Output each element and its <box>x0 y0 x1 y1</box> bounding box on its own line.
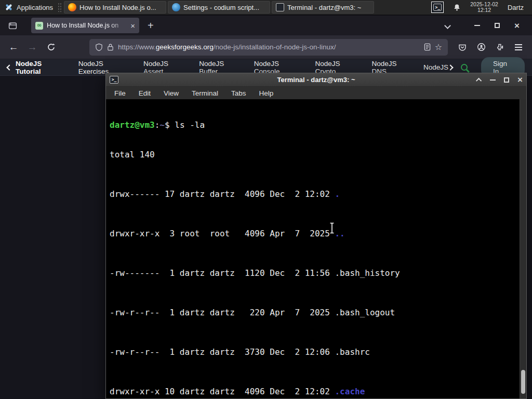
panel-handle <box>58 3 62 12</box>
terminal-menu-item[interactable]: View <box>164 89 179 97</box>
mouse-ibeam-cursor <box>328 222 336 234</box>
nav-scroll-left-icon[interactable] <box>6 64 12 70</box>
terminal-app-icon: >_ <box>110 76 118 84</box>
terminal-title: Terminal - dartz@vm3: ~ <box>106 76 526 84</box>
account-icon[interactable] <box>473 39 489 56</box>
window-app-icon <box>276 3 284 11</box>
terminal-menubar: File Edit View Terminal Tabs Help <box>106 87 526 99</box>
tab-close-icon[interactable]: × <box>130 22 135 30</box>
notification-bell-icon[interactable] <box>453 3 461 11</box>
list-tabs-chevron-icon[interactable] <box>445 16 450 35</box>
terminal-menu-item[interactable]: Terminal <box>192 89 218 97</box>
lock-icon[interactable] <box>107 43 114 51</box>
applications-label: Applications <box>17 4 53 11</box>
bookmark-star-icon[interactable]: ☆ <box>435 42 442 52</box>
file-name: .bash_logout <box>335 308 395 317</box>
terminal-maximize-button[interactable] <box>504 77 509 83</box>
terminal-output-row: -rw-r--r-- 1 dartz dartz 3730 Dec 2 12:0… <box>110 347 519 357</box>
terminal-scrollbar-thumb[interactable] <box>521 370 525 394</box>
applications-icon <box>5 3 13 11</box>
file-name: .. <box>335 229 344 238</box>
terminal-menu-item[interactable]: Edit <box>139 89 151 97</box>
desktop-panel: Applications How to Install Node.js o...… <box>0 0 532 15</box>
reload-button[interactable] <box>43 39 59 56</box>
window-taskbar: How to Install Node.js o... Settings - c… <box>64 0 374 15</box>
pocket-icon[interactable] <box>454 39 471 56</box>
geeksforgeeks-favicon: ∞ <box>35 22 43 30</box>
terminal-window: >_ Terminal - dartz@vm3: ~ × File Edit V… <box>105 73 527 399</box>
terminal-prompt-line: dartz@vm3:~$ ls -la <box>110 120 519 130</box>
terminal-output-row: drwxr-xr-x 3 root root 4096 Apr 7 2025 .… <box>110 229 519 238</box>
back-button[interactable]: ← <box>5 39 22 56</box>
taskbar-window-button[interactable]: How to Install Node.js o... <box>64 1 166 14</box>
browser-minimize-button[interactable] <box>474 16 480 35</box>
reader-mode-icon[interactable] <box>424 43 431 51</box>
terminal-menu-item[interactable]: Tabs <box>231 89 246 97</box>
menu-hamburger-icon[interactable] <box>510 39 527 56</box>
url-bar[interactable]: https://www.geeksforgeeks.org/node-js/in… <box>89 39 448 56</box>
terminal-total-line: total 140 <box>110 150 519 159</box>
terminal-output[interactable]: dartz@vm3:~$ ls -la total 140 drwx------… <box>106 99 526 398</box>
tab-strip: ∞ How to Install Node.js on × + × <box>0 16 532 35</box>
file-name: . <box>335 189 340 199</box>
applications-menu-button[interactable]: Applications <box>0 0 58 15</box>
browser-tab[interactable]: ∞ How to Install Node.js on × <box>31 18 139 33</box>
file-name: .cache <box>335 387 365 396</box>
terminal-menu-item[interactable]: Help <box>259 89 274 97</box>
nav-item-primary[interactable]: NodeJS Tutorial <box>16 60 64 75</box>
tray-terminal-icon[interactable]: >_ <box>431 2 444 13</box>
window-app-icon <box>172 3 180 11</box>
terminal-menu-item[interactable]: File <box>114 89 126 97</box>
browser-close-button[interactable]: × <box>514 16 520 35</box>
terminal-titlebar[interactable]: >_ Terminal - dartz@vm3: ~ × <box>106 73 526 87</box>
file-name: .bash_history <box>335 268 400 278</box>
terminal-scrollbar[interactable] <box>520 99 526 398</box>
taskbar-window-button[interactable]: Terminal - dartz@vm3: ~ <box>272 1 374 14</box>
forward-button[interactable]: → <box>24 39 41 56</box>
clock-time: 12:12 <box>470 7 498 13</box>
url-domain: geeksforgeeks.org <box>156 43 214 51</box>
new-tab-button[interactable]: + <box>148 20 154 32</box>
window-title-label: How to Install Node.js o... <box>79 4 156 11</box>
user-menu[interactable]: Dartz <box>508 4 526 11</box>
url-text: https://www.geeksforgeeks.org/node-js/in… <box>118 43 420 51</box>
firefox-view-icon[interactable] <box>5 18 20 33</box>
terminal-output-row: -rw------- 1 dartz dartz 1120 Dec 2 11:5… <box>110 268 519 278</box>
terminal-output-row: drwxr-xr-x 10 dartz dartz 4096 Dec 2 12:… <box>110 387 519 396</box>
taskbar-window-button[interactable]: Settings - codium script... <box>168 1 270 14</box>
tab-title: How to Install Node.js on <box>47 22 127 29</box>
terminal-close-button[interactable]: × <box>517 75 523 84</box>
navigation-toolbar: ← → https://www.geeksforgeeks.org/node-j… <box>0 35 532 59</box>
window-title-label: Settings - codium script... <box>183 4 259 11</box>
tracking-shield-icon[interactable] <box>95 43 103 51</box>
window-app-icon <box>68 3 76 11</box>
terminal-minimize-button[interactable] <box>490 79 496 81</box>
panel-clock[interactable]: 2025-12-02 12:12 <box>470 2 498 13</box>
system-tray: >_ 2025-12-02 12:12 Dartz <box>431 2 532 13</box>
browser-maximize-button[interactable] <box>495 16 500 35</box>
search-icon[interactable] <box>461 64 468 71</box>
terminal-output-row: -rw-r--r-- 1 dartz dartz 220 Apr 7 2025 … <box>110 308 519 317</box>
file-name: .bashrc <box>335 347 369 357</box>
nav-item[interactable]: NodeJS <box>423 63 448 71</box>
terminal-output-row: drwx------ 17 dartz dartz 4096 Dec 2 12:… <box>110 189 519 199</box>
extensions-puzzle-icon[interactable] <box>491 39 508 56</box>
window-title-label: Terminal - dartz@vm3: ~ <box>287 4 361 11</box>
nav-scroll-right-icon[interactable] <box>447 64 453 70</box>
